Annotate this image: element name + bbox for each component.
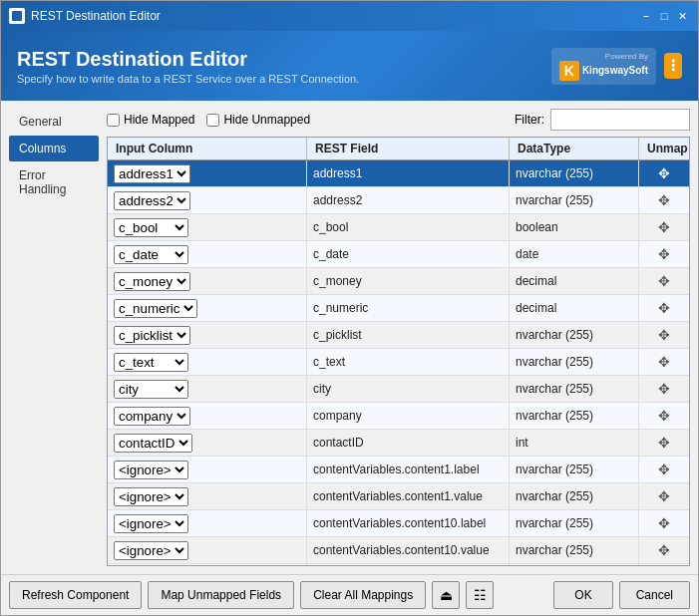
unmap-button[interactable]: ✥: [656, 325, 672, 345]
table-row: address1<ignore>address1nvarchar (255)✥: [108, 160, 689, 187]
input-column-select[interactable]: <ignore>: [114, 514, 188, 533]
unmap-cell: ✥: [639, 403, 689, 429]
map-unmapped-button[interactable]: Map Unmapped Fields: [148, 581, 294, 609]
maximize-button[interactable]: □: [656, 8, 672, 24]
unmap-button[interactable]: ✥: [656, 540, 672, 560]
ok-button[interactable]: OK: [553, 581, 612, 609]
sidebar-general-label: General: [19, 115, 62, 129]
input-column-select[interactable]: <ignore>: [114, 461, 188, 479]
main-panel: Hide Mapped Hide Unmapped Filter: Input …: [107, 109, 690, 566]
rest-field-value: contentVariables.content1.label: [307, 457, 510, 482]
table-row: contactID<ignore>contactIDint✥: [108, 430, 689, 457]
filter-label: Filter:: [515, 113, 544, 127]
sidebar-item-error-handling[interactable]: Error Handling: [9, 162, 99, 202]
table-row: city<ignore>citynvarchar (255)✥: [108, 376, 689, 403]
table-header: Input Column REST Field DataType Unmap: [108, 138, 689, 160]
rest-field-value: contentVariables.content1.value: [307, 483, 510, 509]
header-title: REST Destination Editor: [17, 48, 359, 71]
datatype-value: nvarchar (255): [510, 376, 639, 402]
unmap-button[interactable]: ✥: [656, 486, 672, 506]
datatype-value: nvarchar (255): [510, 187, 639, 213]
sidebar-item-columns[interactable]: Columns: [9, 136, 99, 161]
table-row: <ignore>contentVariables.content2.labeln…: [108, 564, 689, 565]
rest-field-value: city: [307, 376, 510, 402]
unmap-button[interactable]: ✥: [656, 352, 672, 372]
input-column-select[interactable]: address2<ignore>: [114, 191, 190, 210]
hide-mapped-checkbox[interactable]: [107, 114, 120, 127]
datatype-value: nvarchar (255): [510, 457, 639, 482]
col-header-unmap: Unmap: [639, 138, 689, 159]
input-column-select[interactable]: city<ignore>: [114, 380, 188, 399]
unmap-button[interactable]: ✥: [656, 406, 672, 426]
unmap-cell: ✥: [639, 241, 689, 267]
content: General Columns Error Handling Hide Mapp…: [1, 101, 698, 574]
table-scroll: address1<ignore>address1nvarchar (255)✥a…: [108, 160, 689, 565]
logo-box: Powered By K KingswaySoft: [551, 48, 656, 85]
input-column-select[interactable]: <ignore>: [114, 487, 188, 506]
input-column-select[interactable]: c_numeric<ignore>: [114, 299, 197, 318]
input-column-select[interactable]: c_bool<ignore>: [114, 218, 188, 237]
input-column-select[interactable]: c_picklist<ignore>: [114, 326, 190, 345]
unmap-button[interactable]: ✥: [656, 244, 672, 264]
filter-input[interactable]: [550, 109, 690, 131]
unmap-button[interactable]: ✥: [656, 163, 672, 183]
datatype-value: boolean: [510, 214, 639, 240]
powered-by-text: Powered By: [605, 52, 648, 61]
sidebar: General Columns Error Handling: [9, 109, 99, 566]
datatype-value: nvarchar (255): [510, 537, 639, 563]
unmap-button[interactable]: ✥: [656, 513, 672, 533]
rest-field-value: c_bool: [307, 214, 510, 240]
table-row: c_date<ignore>c_datedate✥: [108, 241, 689, 268]
unmap-cell: ✥: [639, 430, 689, 456]
unmap-button[interactable]: ✥: [656, 460, 672, 479]
unmap-button[interactable]: ✥: [656, 298, 672, 318]
datatype-value: nvarchar (255): [510, 564, 639, 565]
unmap-button[interactable]: ✥: [656, 190, 672, 210]
unmap-cell: ✥: [639, 349, 689, 375]
table-row: c_money<ignore>c_moneydecimal✥: [108, 268, 689, 295]
table-row: <ignore>contentVariables.content10.label…: [108, 510, 689, 537]
datatype-value: nvarchar (255): [510, 483, 639, 509]
brand-name: KingswaySoft: [582, 65, 648, 76]
minimize-button[interactable]: −: [638, 8, 654, 24]
table-row: <ignore>contentVariables.content1.valuen…: [108, 483, 689, 510]
cancel-button[interactable]: Cancel: [619, 581, 690, 609]
hide-unmapped-checkbox-label[interactable]: Hide Unmapped: [206, 113, 310, 127]
input-column-select[interactable]: c_text<ignore>: [114, 353, 188, 372]
input-column-select[interactable]: address1<ignore>: [114, 164, 190, 183]
unmap-button[interactable]: ✥: [656, 217, 672, 237]
datatype-value: nvarchar (255): [510, 510, 639, 536]
title-bar-left: REST Destination Editor: [9, 8, 161, 24]
table-row: <ignore>contentVariables.content10.value…: [108, 537, 689, 564]
close-button[interactable]: ✕: [674, 8, 690, 24]
input-column-select[interactable]: c_date<ignore>: [114, 245, 188, 264]
unmap-button[interactable]: ✥: [656, 433, 672, 453]
unmap-cell: ✥: [639, 537, 689, 563]
hide-unmapped-checkbox[interactable]: [206, 114, 219, 127]
rest-field-value: contentVariables.content2.label: [307, 564, 510, 565]
col-header-datatype: DataType: [510, 138, 639, 159]
icon-btn-2[interactable]: ☷: [466, 581, 494, 609]
datatype-value: decimal: [510, 268, 639, 294]
input-column-select[interactable]: c_money<ignore>: [114, 272, 190, 291]
datatype-value: decimal: [510, 295, 639, 321]
unmap-button[interactable]: ✥: [656, 271, 672, 291]
input-column-select[interactable]: <ignore>: [114, 541, 188, 560]
input-column-select[interactable]: contactID<ignore>: [114, 434, 192, 453]
datatype-value: int: [510, 430, 639, 456]
clear-mappings-button[interactable]: Clear All Mappings: [300, 581, 426, 609]
hide-unmapped-label: Hide Unmapped: [223, 113, 310, 127]
unmap-cell: ✥: [639, 376, 689, 402]
table-row: c_picklist<ignore>c_picklistnvarchar (25…: [108, 322, 689, 349]
sidebar-item-general[interactable]: General: [9, 109, 99, 135]
unmap-cell: ✥: [639, 483, 689, 509]
unmap-button[interactable]: ✥: [656, 379, 672, 399]
unmap-cell: ✥: [639, 160, 689, 186]
col-header-rest: REST Field: [307, 138, 510, 159]
hide-mapped-label: Hide Mapped: [124, 113, 194, 127]
rest-field-value: c_money: [307, 268, 510, 294]
input-column-select[interactable]: company<ignore>: [114, 407, 190, 426]
icon-btn-1[interactable]: ⏏: [432, 581, 460, 609]
refresh-button[interactable]: Refresh Component: [9, 581, 142, 609]
hide-mapped-checkbox-label[interactable]: Hide Mapped: [107, 113, 194, 127]
